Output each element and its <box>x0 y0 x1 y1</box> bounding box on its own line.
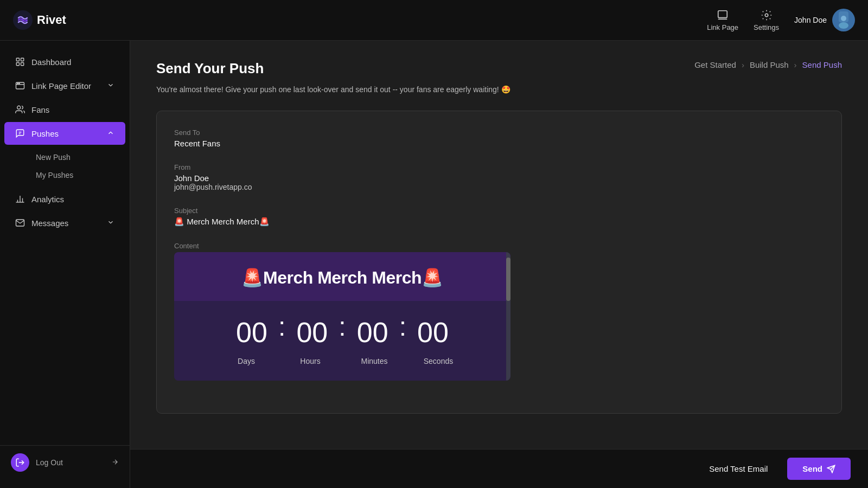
link-page-label: Link Page <box>707 23 738 31</box>
countdown-display: 00 : 00 : 00 : 00 <box>187 312 497 352</box>
countdown-labels: Days Hours Minutes Seconds <box>187 357 497 365</box>
logout-button[interactable]: Log Out <box>0 445 130 479</box>
subject-label: Subject <box>174 207 824 215</box>
countdown-section: 00 : 00 : 00 : 00 <box>174 301 510 381</box>
page-title: Send Your Push <box>156 60 264 77</box>
label-minutes: Minutes <box>350 357 399 365</box>
from-label: From <box>174 163 824 171</box>
breadcrumb-step-2: Build Push <box>750 60 789 69</box>
from-name: John Doe <box>174 174 824 183</box>
main-content: Send Your Push Get Started › Build Push … <box>130 41 868 488</box>
sidebar-item-new-push[interactable]: New Push <box>27 149 130 166</box>
send-icon <box>827 465 835 473</box>
svg-rect-8 <box>21 58 24 61</box>
sidebar-item-label: Dashboard <box>31 57 71 67</box>
breadcrumb: Get Started › Build Push › Send Push <box>694 60 842 69</box>
scrollbar-thumb <box>506 258 510 301</box>
content-label: Content <box>174 242 824 250</box>
bottom-bar: Send Test Email Send <box>130 449 868 488</box>
scrollbar[interactable] <box>506 252 510 381</box>
user-name: John Doe <box>794 16 827 24</box>
sidebar-item-label: Pushes <box>31 129 59 138</box>
message-icon <box>15 218 25 228</box>
pushes-submenu: New Push My Pushes <box>0 146 130 187</box>
label-hours: Hours <box>286 357 335 365</box>
svg-point-14 <box>19 83 20 84</box>
sidebar-item-analytics[interactable]: Analytics <box>4 188 125 210</box>
svg-rect-10 <box>21 63 24 66</box>
countdown-sep-2: : <box>336 312 348 342</box>
logo[interactable]: Rivet <box>13 10 707 30</box>
chevron-down-icon <box>107 219 114 228</box>
push-icon <box>15 129 25 138</box>
countdown-minutes: 00 <box>348 318 397 346</box>
sidebar-item-my-pushes[interactable]: My Pushes <box>27 166 130 184</box>
users-icon <box>15 105 25 114</box>
browser-icon <box>15 81 25 91</box>
settings-label: Settings <box>754 23 779 31</box>
sidebar-item-messages[interactable]: Messages <box>4 211 125 234</box>
sidebar-item-fans[interactable]: Fans <box>4 98 125 121</box>
svg-point-3 <box>765 14 768 17</box>
logout-icon <box>15 458 25 467</box>
breadcrumb-step-1: Get Started <box>694 60 736 69</box>
sidebar-item-label: Analytics <box>31 195 64 204</box>
from-email: john@push.rivetapp.co <box>174 183 824 191</box>
send-button[interactable]: Send <box>787 458 851 480</box>
breadcrumb-step-3: Send Push <box>802 60 842 69</box>
svg-point-13 <box>17 83 18 84</box>
settings-nav[interactable]: Settings <box>754 9 779 31</box>
send-test-email-button[interactable]: Send Test Email <box>698 459 778 479</box>
logo-text: Rivet <box>37 13 66 27</box>
chevron-down-icon <box>107 81 114 91</box>
sidebar-item-label: Messages <box>31 219 68 228</box>
sidebar-item-label: Link Page Editor <box>31 81 91 91</box>
content-preview: 🚨Merch Merch Merch🚨 00 : 00 <box>174 252 510 381</box>
breadcrumb-sep-1: › <box>742 60 744 69</box>
svg-rect-9 <box>16 63 19 66</box>
logout-icon-circle <box>11 453 29 472</box>
page-header: Send Your Push Get Started › Build Push … <box>156 60 842 77</box>
svg-point-5 <box>839 22 848 29</box>
chart-icon <box>15 194 25 204</box>
preview-header: 🚨Merch Merch Merch🚨 <box>174 252 510 301</box>
sidebar: Dashboard Link Page Editor <box>0 41 130 488</box>
svg-point-15 <box>17 106 21 109</box>
countdown-sep-3: : <box>397 312 409 342</box>
label-seconds: Seconds <box>414 357 463 365</box>
send-to-value: Recent Fans <box>174 139 824 148</box>
top-navigation: Rivet Link Page Settings John Doe <box>0 0 868 41</box>
countdown-sep-1: : <box>276 312 288 342</box>
content-field: Content 🚨Merch Merch Merch🚨 00 : <box>174 242 824 381</box>
page-subtitle: You're almost there! Give your push one … <box>156 84 842 95</box>
breadcrumb-sep-2: › <box>794 60 797 69</box>
send-to-label: Send To <box>174 129 824 137</box>
svg-rect-7 <box>16 58 19 61</box>
sidebar-item-pushes[interactable]: Pushes <box>4 122 125 145</box>
link-page-nav[interactable]: Link Page <box>707 9 738 31</box>
from-field: From John Doe john@push.rivetapp.co <box>174 163 824 191</box>
label-days: Days <box>222 357 271 365</box>
chevron-up-icon <box>107 129 114 138</box>
preview-title: 🚨Merch Merch Merch🚨 <box>185 267 500 288</box>
sidebar-item-label: Fans <box>31 105 49 114</box>
user-menu[interactable]: John Doe <box>794 9 855 31</box>
send-to-field: Send To Recent Fans <box>174 129 824 148</box>
arrow-right-icon <box>111 458 119 467</box>
countdown-days: 00 <box>227 318 276 346</box>
sidebar-item-dashboard[interactable]: Dashboard <box>4 50 125 73</box>
grid-icon <box>15 57 25 67</box>
svg-rect-6 <box>839 11 848 22</box>
countdown-hours: 00 <box>288 318 336 346</box>
logout-label: Log Out <box>36 458 63 467</box>
subject-value: 🚨 Merch Merch Merch🚨 <box>174 217 824 227</box>
subject-field: Subject 🚨 Merch Merch Merch🚨 <box>174 207 824 227</box>
svg-rect-1 <box>718 10 727 17</box>
sidebar-item-link-page-editor[interactable]: Link Page Editor <box>4 74 125 97</box>
push-card: Send To Recent Fans From John Doe john@p… <box>156 111 842 414</box>
countdown-seconds: 00 <box>409 318 457 346</box>
avatar <box>832 9 855 31</box>
